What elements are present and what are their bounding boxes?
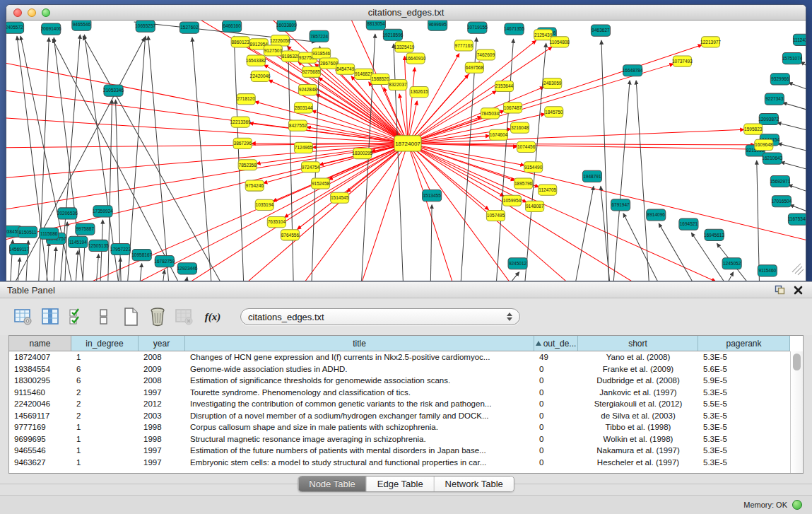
- graph-node[interactable]: 19218596: [382, 29, 403, 40]
- graph-node[interactable]: 9152458: [312, 178, 330, 189]
- table-cell[interactable]: 1997: [139, 387, 185, 399]
- table-cell[interactable]: Jankovic et al. (1997): [578, 387, 698, 399]
- column-visibility-icon[interactable]: [40, 305, 61, 328]
- table-cell[interactable]: 1: [71, 433, 139, 445]
- table-cell[interactable]: 1998: [139, 421, 185, 433]
- graph-node[interactable]: 7852358: [238, 160, 257, 170]
- table-cell[interactable]: Structural magnetic resonance image aver…: [185, 433, 534, 445]
- column-header-out_de[interactable]: out_de...: [534, 336, 578, 351]
- graph-node[interactable]: 1609648: [755, 139, 773, 150]
- table-cell[interactable]: 0: [534, 387, 578, 399]
- graph-node[interactable]: 1145194: [69, 236, 88, 247]
- graph-node[interactable]: 20206536: [57, 208, 78, 219]
- column-header-title[interactable]: title: [185, 336, 534, 351]
- graph-node[interactable]: 8813054: [366, 21, 385, 30]
- table-row[interactable]: 977716911998Corpus callosum shape and si…: [9, 421, 790, 433]
- graph-node[interactable]: 8150511: [18, 226, 37, 238]
- column-header-in_degree[interactable]: in_degree: [71, 336, 139, 351]
- graph-node[interactable]: 9275685: [302, 66, 320, 77]
- table-cell[interactable]: 5.6E-5: [698, 363, 790, 375]
- graph-node[interactable]: 7857224: [310, 30, 329, 42]
- graph-node[interactable]: 9975887: [76, 223, 95, 235]
- table-cell[interactable]: Estimation of the future numbers of pati…: [185, 445, 534, 457]
- table-cell[interactable]: 49: [534, 351, 578, 363]
- graph-node[interactable]: 22420046: [250, 71, 271, 81]
- graph-node[interactable]: 2405572: [6, 22, 24, 33]
- graph-node[interactable]: 1948791: [582, 170, 601, 182]
- table-cell[interactable]: 5.3E-5: [698, 410, 790, 422]
- graph-node[interactable]: 20691406: [41, 23, 61, 35]
- table-row[interactable]: 1830029562008Estimation of significance …: [9, 375, 790, 387]
- graph-node[interactable]: 9127503: [264, 45, 282, 56]
- graph-node[interactable]: 1067487: [503, 103, 522, 113]
- table-cell[interactable]: 9465546: [9, 445, 71, 457]
- table-cell[interactable]: 5.3E-5: [698, 433, 790, 445]
- graph-node[interactable]: 9154490: [524, 162, 543, 173]
- graph-node[interactable]: 7635104: [267, 217, 286, 228]
- graph-node[interactable]: 16543382: [246, 55, 266, 66]
- table-cell[interactable]: 0: [534, 398, 578, 410]
- table-cell[interactable]: Changes of HCN gene expression and I(f) …: [185, 351, 534, 363]
- graph-node[interactable]: 1674604: [489, 129, 507, 140]
- table-cell[interactable]: Tibbo et al. (1998): [578, 421, 698, 433]
- tab-edge-table[interactable]: Edge Table: [367, 477, 435, 491]
- graph-node[interactable]: 1895796: [514, 178, 533, 189]
- table-cell[interactable]: 14569117: [9, 410, 71, 422]
- graph-node[interactable]: 7124965: [294, 142, 312, 153]
- table-cell[interactable]: 19384554: [9, 363, 71, 375]
- graph-node[interactable]: 16945613: [704, 229, 724, 240]
- table-selector-dropdown[interactable]: citations_edges.txt: [240, 308, 520, 325]
- row-selection-icon[interactable]: [66, 305, 88, 328]
- table-cell[interactable]: 1: [71, 457, 139, 469]
- graph-node[interactable]: 12226058: [270, 35, 290, 46]
- table-cell[interactable]: 9115460: [9, 387, 71, 399]
- graph-node[interactable]: 8322037: [389, 79, 407, 90]
- table-cell[interactable]: 1998: [139, 433, 185, 445]
- graph-node[interactable]: 15692971: [770, 175, 790, 187]
- graph-node[interactable]: 16640910: [406, 53, 426, 64]
- table-cell[interactable]: 2009: [139, 363, 185, 375]
- graph-node[interactable]: 1035194: [255, 199, 273, 210]
- float-panel-icon[interactable]: [772, 284, 787, 296]
- table-scrollbar[interactable]: [790, 351, 803, 473]
- graph-node[interactable]: 7462609: [476, 49, 495, 60]
- graph-node[interactable]: 1115686: [40, 228, 59, 239]
- table-cell[interactable]: Yano et al. (2008): [578, 351, 698, 363]
- table-row[interactable]: 911546021997Tourette syndrome. Phenomeno…: [9, 387, 790, 399]
- graph-node[interactable]: 11124358: [793, 34, 806, 45]
- graph-node[interactable]: 2718120: [237, 94, 255, 105]
- table-cell[interactable]: 18300295: [9, 375, 71, 387]
- table-row[interactable]: 946362711997Embryonic stem cells: a mode…: [9, 457, 790, 469]
- graph-node[interactable]: 1595823: [744, 124, 763, 134]
- table-cell[interactable]: 2012: [139, 398, 185, 410]
- graph-node[interactable]: 10719155: [467, 22, 488, 33]
- graph-node[interactable]: 16648784: [623, 65, 643, 76]
- table-cell[interactable]: Nakamura et al. (1997): [578, 445, 698, 457]
- graph-node[interactable]: 1057495: [486, 210, 505, 221]
- graph-node[interactable]: 18300295: [352, 148, 372, 158]
- graph-node[interactable]: 17957223: [110, 243, 131, 255]
- graph-node[interactable]: 11675348: [788, 214, 806, 225]
- table-cell[interactable]: 9777169: [9, 421, 71, 433]
- graph-node[interactable]: 9463627: [591, 25, 610, 36]
- table-cell[interactable]: 0: [534, 375, 578, 387]
- graph-node[interactable]: 9777163: [454, 40, 473, 51]
- graph-node[interactable]: 1845750: [545, 107, 563, 117]
- table-cell[interactable]: 6: [71, 375, 139, 387]
- graph-node[interactable]: 14671355: [504, 23, 524, 35]
- graph-node[interactable]: 9329966: [770, 74, 789, 85]
- table-cell[interactable]: Disruption of a novel member of a sodium…: [185, 410, 534, 422]
- graph-node[interactable]: 12923446: [177, 263, 197, 274]
- graph-node[interactable]: 16033809: [276, 21, 297, 31]
- table-cell[interactable]: 9463627: [9, 457, 71, 469]
- graph-node[interactable]: 9148087: [526, 201, 544, 211]
- graph-node[interactable]: 1514545: [331, 192, 349, 203]
- table-row[interactable]: 2242004622012Investigating the contribut…: [9, 398, 790, 410]
- graph-node[interactable]: 9227343: [765, 93, 784, 105]
- table-cell[interactable]: 5.3E-5: [698, 351, 790, 363]
- graph-node[interactable]: 8454749: [336, 64, 355, 74]
- graph-node[interactable]: 12213977: [700, 37, 721, 47]
- graph-node[interactable]: 13325419: [394, 42, 415, 52]
- graph-node[interactable]: 8764556: [281, 230, 299, 240]
- table-cell[interactable]: 1997: [139, 445, 185, 457]
